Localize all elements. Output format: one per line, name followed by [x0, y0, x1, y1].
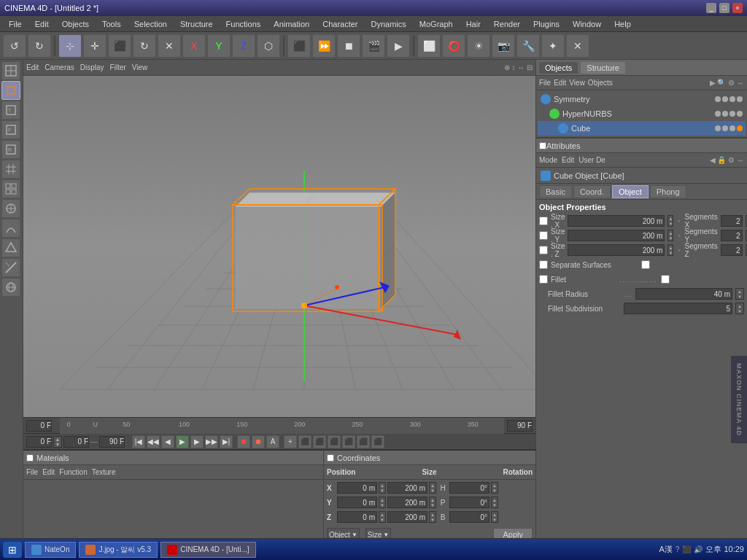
fillet-radius-spin[interactable]: ▲ ▼ [735, 288, 744, 300]
pos-z-input[interactable] [337, 511, 377, 523]
vp-edit-menu[interactable]: Edit [26, 63, 39, 71]
menu-render[interactable]: Render [488, 18, 526, 30]
bend-btn[interactable] [1, 219, 20, 238]
3d-viewport[interactable]: Perspective [23, 76, 535, 417]
auto-key-btn[interactable]: A [266, 435, 279, 448]
rotate-tool[interactable]: ↻ [133, 34, 156, 58]
menu-tools[interactable]: Tools [96, 18, 127, 30]
close-button[interactable]: × [732, 3, 743, 13]
mat-function-menu[interactable]: Function [59, 468, 87, 476]
rot-h-spinner[interactable]: ▲ ▼ [491, 482, 498, 494]
fillet-radius-field[interactable] [635, 288, 732, 300]
record-active-btn[interactable]: ⏺ [237, 435, 250, 448]
menu-character[interactable]: Character [317, 18, 363, 30]
record-btn[interactable]: ⬛ [287, 34, 311, 58]
frame-spinner[interactable]: ▲ ▼ [53, 436, 62, 448]
size-z-spin[interactable]: ▲ ▼ [667, 244, 673, 256]
world-btn[interactable] [1, 278, 20, 297]
cube-obj-btn[interactable]: ⬜ [417, 34, 441, 58]
obj-view-menu[interactable]: View [569, 79, 585, 87]
size-z-check[interactable] [539, 246, 548, 254]
deform-btn[interactable]: 🔧 [516, 34, 540, 58]
extra-btn-6[interactable]: ⬛ [357, 435, 370, 448]
maximize-button[interactable]: □ [719, 3, 729, 13]
menu-animation[interactable]: Animation [268, 18, 315, 30]
axis-y-btn[interactable]: Y [207, 34, 231, 58]
goto-start-btn[interactable]: |◀ [132, 435, 145, 448]
grid-btn[interactable] [1, 160, 20, 179]
attr-edit-menu[interactable]: Edit [562, 156, 574, 164]
transform-btn[interactable]: ⬡ [257, 34, 280, 58]
view-mode-btn[interactable] [1, 61, 20, 80]
separate-surfaces-check[interactable] [539, 260, 548, 269]
fillet-check[interactable] [539, 275, 548, 284]
fillet-subdivision-field[interactable] [624, 303, 732, 314]
menu-mograph[interactable]: MoGraph [414, 18, 459, 30]
separate-surfaces-toggle[interactable] [641, 260, 650, 269]
off-btn[interactable]: ✕ [566, 34, 589, 58]
size-y-check[interactable] [539, 231, 548, 240]
vp-display-menu[interactable]: Display [80, 63, 104, 71]
size-x-input[interactable] [387, 482, 427, 494]
menu-structure[interactable]: Structure [174, 18, 219, 30]
pos-x-spinner[interactable]: ▲ ▼ [379, 482, 386, 494]
menu-objects[interactable]: Objects [56, 18, 95, 30]
right-view-btn[interactable]: R [1, 140, 20, 159]
scale-tool[interactable]: ⬛ [108, 34, 131, 58]
seg-y-field[interactable] [721, 230, 743, 241]
add-key-btn[interactable]: + [284, 435, 297, 448]
menu-file[interactable]: File [3, 18, 28, 30]
pos-y-spinner[interactable]: ▲ ▼ [379, 497, 386, 508]
redo-button[interactable]: ↻ [28, 34, 51, 58]
minimize-button[interactable]: _ [706, 3, 716, 13]
seg-z-field[interactable] [721, 244, 743, 256]
menu-functions[interactable]: Functions [220, 18, 267, 30]
size-z-field[interactable] [568, 244, 665, 256]
camera-btn[interactable]: 📷 [492, 34, 515, 58]
size-z-input[interactable] [387, 511, 427, 523]
play-btn[interactable]: ⏩ [312, 34, 336, 58]
axis-x-btn[interactable]: X [182, 34, 206, 58]
attr-object-tab[interactable]: Object [612, 185, 649, 198]
mat-checkbox[interactable] [26, 454, 34, 462]
pos-y-input[interactable] [337, 497, 377, 508]
prev-frame-btn[interactable]: ◀◀ [147, 435, 160, 448]
grid2-btn[interactable] [1, 179, 20, 198]
obj-edit-menu[interactable]: Edit [554, 79, 566, 87]
size-y-field[interactable] [568, 230, 665, 241]
mat-texture-menu[interactable]: Texture [92, 468, 116, 476]
rot-b-input[interactable] [449, 511, 489, 523]
menu-window[interactable]: Window [567, 18, 607, 30]
knife-btn[interactable] [1, 258, 20, 277]
structure-tab[interactable]: Structure [581, 62, 625, 74]
extra-btn-2[interactable]: ⬛ [298, 435, 311, 448]
size-z-spinner[interactable]: ▲ ▼ [429, 511, 436, 523]
attr-user-menu[interactable]: User De [578, 156, 605, 164]
next-key-btn[interactable]: ▶ [190, 435, 204, 448]
attr-phong-tab[interactable]: Phong [650, 185, 686, 198]
size-y-spin[interactable]: ▲ ▼ [667, 230, 673, 241]
extra-btn-5[interactable]: ⬛ [342, 435, 355, 448]
light-btn[interactable]: ☀ [467, 34, 490, 58]
taskbar-cinema4d[interactable]: CINEMA 4D - [Unti...] [160, 542, 255, 558]
sphere-obj-btn[interactable]: ⭕ [442, 34, 465, 58]
next-frame-btn[interactable]: ▶▶ [205, 435, 218, 448]
playback-frame-input[interactable] [26, 436, 52, 448]
menu-selection[interactable]: Selection [128, 18, 173, 30]
extra-btn[interactable]: ✦ [541, 34, 565, 58]
stop-btn[interactable]: ⏹ [337, 34, 360, 58]
taskbar-nateon[interactable]: NateOn [25, 542, 76, 558]
delete-tool[interactable]: ✕ [158, 34, 181, 58]
pos-z-spinner[interactable]: ▲ ▼ [379, 511, 386, 523]
seg-x-field[interactable] [721, 215, 743, 227]
size-y-spinner[interactable]: ▲ ▼ [429, 497, 436, 508]
vp-view-menu[interactable]: View [132, 63, 148, 71]
size-x-spin[interactable]: ▲ ▼ [667, 215, 673, 227]
perspective-btn[interactable] [1, 81, 20, 100]
goto-end-btn[interactable]: ▶| [220, 435, 233, 448]
rot-p-spinner[interactable]: ▲ ▼ [491, 497, 498, 508]
menu-dynamics[interactable]: Dynamics [365, 18, 412, 30]
select-tool[interactable]: ⊹ [58, 34, 82, 58]
render-view-btn[interactable]: 🎬 [362, 34, 385, 58]
rot-b-spinner[interactable]: ▲ ▼ [491, 511, 498, 523]
